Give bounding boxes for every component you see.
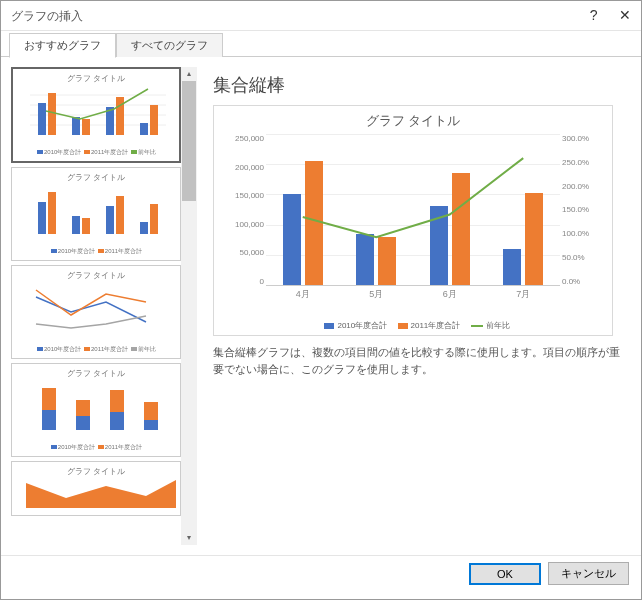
svg-rect-4 <box>38 103 46 135</box>
svg-rect-21 <box>42 410 56 430</box>
svg-rect-9 <box>116 97 124 135</box>
chart-thumb-3[interactable]: グラフ タイトル 2010年度合計 2011年度合計 前年比 <box>11 265 181 359</box>
ok-button[interactable]: OK <box>470 564 540 584</box>
svg-rect-25 <box>110 412 124 430</box>
svg-marker-28 <box>26 480 176 508</box>
tab-all[interactable]: すべてのグラフ <box>116 33 223 57</box>
svg-rect-12 <box>38 202 46 234</box>
help-icon[interactable]: ? <box>590 7 598 23</box>
x-axis: 4月 5月 6月 7月 <box>266 288 560 301</box>
svg-rect-16 <box>106 206 114 234</box>
titlebar: グラフの挿入 ? ✕ <box>1 1 641 31</box>
chart-legend: 2010年度合計 2011年度合計 前年比 <box>220 320 606 331</box>
chart-type-heading: 集合縦棒 <box>213 73 621 97</box>
dialog-title: グラフの挿入 <box>11 1 83 31</box>
svg-rect-15 <box>82 218 90 234</box>
cancel-button[interactable]: キャンセル <box>548 562 629 585</box>
svg-rect-5 <box>48 93 56 135</box>
scroll-up-icon[interactable]: ▴ <box>181 67 197 81</box>
svg-rect-6 <box>72 117 80 135</box>
dialog-footer: OK キャンセル <box>1 555 641 591</box>
y-axis-left: 250,000 200,000 150,000 100,000 50,000 0 <box>220 134 264 286</box>
svg-rect-10 <box>140 123 148 135</box>
thumb-chart-icon <box>15 85 177 145</box>
chart-title: グラフ タイトル <box>220 112 606 130</box>
svg-rect-18 <box>140 222 148 234</box>
svg-rect-19 <box>150 204 158 234</box>
close-icon[interactable]: ✕ <box>619 7 631 23</box>
chart-description: 集合縦棒グラフは、複数の項目間の値を比較する際に使用します。項目の順序が重要でな… <box>213 344 621 377</box>
svg-rect-17 <box>116 196 124 234</box>
scrollbar-thumb[interactable] <box>182 81 196 201</box>
thumb-chart-icon <box>14 478 178 508</box>
scrollbar[interactable]: ▴ ▾ <box>181 67 197 545</box>
tab-recommended[interactable]: おすすめグラフ <box>9 33 116 58</box>
chart-thumb-2[interactable]: グラフ タイトル 2010年度合計 2011年度合計 <box>11 167 181 261</box>
chart-thumbnails: グラフ タイトル 2010年度合計 2011年度合計 前年比 <box>11 67 181 545</box>
svg-rect-11 <box>150 105 158 135</box>
thumb-chart-icon <box>14 184 178 244</box>
chart-preview: グラフ タイトル 250,000 200,000 150,000 100,000… <box>213 105 613 336</box>
y-axis-right: 300.0% 250.0% 200.0% 150.0% 100.0% 50.0%… <box>562 134 606 286</box>
svg-rect-7 <box>82 119 90 135</box>
thumb-chart-icon <box>14 380 178 440</box>
svg-rect-13 <box>48 192 56 234</box>
scroll-down-icon[interactable]: ▾ <box>181 531 197 545</box>
svg-rect-27 <box>144 420 158 430</box>
chart-thumb-1[interactable]: グラフ タイトル 2010年度合計 2011年度合計 前年比 <box>11 67 181 163</box>
chart-thumb-4[interactable]: グラフ タイトル 2010年度合計 2011年度合計 <box>11 363 181 457</box>
thumb-chart-icon <box>14 282 178 342</box>
svg-rect-14 <box>72 216 80 234</box>
svg-rect-23 <box>76 416 90 430</box>
tab-strip: おすすめグラフ すべてのグラフ <box>1 31 641 57</box>
chart-thumb-5[interactable]: グラフ タイトル <box>11 461 181 516</box>
